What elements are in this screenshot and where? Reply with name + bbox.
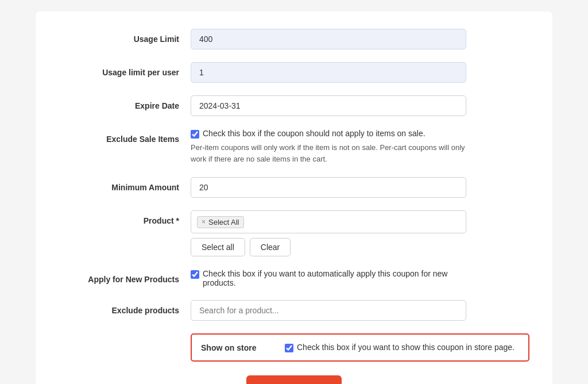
apply-new-products-checkbox[interactable] bbox=[191, 270, 199, 279]
minimum-amount-control bbox=[191, 177, 466, 198]
show-on-store-highlight-box: Show on store Check this box if you want… bbox=[191, 333, 529, 362]
exclude-products-input[interactable] bbox=[191, 300, 466, 321]
show-on-store-row: Show on store Check this box if you want… bbox=[59, 333, 529, 362]
exclude-products-label: Exclude products bbox=[59, 300, 191, 315]
apply-new-products-label: Apply for New Products bbox=[59, 269, 191, 284]
usage-limit-control bbox=[191, 29, 466, 49]
exclude-sale-items-checkbox[interactable] bbox=[191, 130, 199, 139]
usage-limit-input[interactable] bbox=[191, 29, 466, 49]
product-row: Product * × Select All Select all Clear bbox=[59, 210, 529, 256]
apply-new-products-control: Check this box if you want to automatica… bbox=[191, 269, 466, 287]
expire-date-label: Expire Date bbox=[59, 95, 191, 110]
show-on-store-text: Check this box if you want to show this … bbox=[297, 343, 514, 352]
exclude-sale-items-control: Check this box if the coupon should not … bbox=[191, 129, 466, 164]
expire-date-control bbox=[191, 95, 466, 116]
minimum-amount-input[interactable] bbox=[191, 177, 466, 198]
show-on-store-label: Show on store bbox=[201, 343, 276, 352]
apply-new-products-text: Check this box if you want to automatica… bbox=[203, 269, 466, 287]
expire-date-input[interactable] bbox=[191, 95, 466, 116]
product-tag-remove-icon[interactable]: × bbox=[202, 218, 206, 226]
usage-limit-per-user-label: Usage limit per user bbox=[59, 62, 191, 77]
product-tag-label: Select All bbox=[208, 218, 239, 226]
show-on-store-wrapper: Show on store Check this box if you want… bbox=[191, 333, 529, 362]
create-btn-row: Create Coupon bbox=[59, 375, 529, 384]
show-on-store-checkbox[interactable] bbox=[285, 344, 293, 352]
exclude-products-row: Exclude products bbox=[59, 300, 529, 321]
exclude-sale-items-label: Exclude Sale Items bbox=[59, 129, 191, 144]
usage-limit-row: Usage Limit bbox=[59, 29, 529, 49]
usage-limit-per-user-input[interactable] bbox=[191, 62, 466, 83]
apply-new-products-row: Apply for New Products Check this box if… bbox=[59, 269, 529, 287]
product-control: × Select All Select all Clear bbox=[191, 210, 466, 256]
product-select-box[interactable]: × Select All bbox=[191, 210, 466, 233]
exclude-sale-items-checkbox-row: Check this box if the coupon should not … bbox=[191, 129, 466, 139]
usage-limit-per-user-control bbox=[191, 62, 466, 83]
usage-limit-per-user-row: Usage limit per user bbox=[59, 62, 529, 83]
minimum-amount-label: Minimum Amount bbox=[59, 177, 191, 192]
product-label: Product * bbox=[59, 210, 191, 225]
exclude-sale-items-text: Check this box if the coupon should not … bbox=[203, 129, 425, 138]
exclude-products-control bbox=[191, 300, 466, 321]
apply-new-products-checkbox-row: Check this box if you want to automatica… bbox=[191, 269, 466, 287]
show-on-store-checkbox-row: Check this box if you want to show this … bbox=[285, 343, 514, 352]
clear-button[interactable]: Clear bbox=[250, 238, 291, 256]
product-tag-select-all: × Select All bbox=[197, 216, 244, 228]
form-container: Usage Limit Usage limit per user Expire … bbox=[36, 11, 552, 384]
exclude-sale-items-helper: Per-item coupons will only work if the i… bbox=[191, 142, 466, 164]
minimum-amount-row: Minimum Amount bbox=[59, 177, 529, 198]
exclude-sale-items-row: Exclude Sale Items Check this box if the… bbox=[59, 129, 529, 164]
create-coupon-button[interactable]: Create Coupon bbox=[246, 375, 342, 384]
usage-limit-label: Usage Limit bbox=[59, 29, 191, 44]
product-buttons: Select all Clear bbox=[191, 238, 466, 256]
expire-date-row: Expire Date bbox=[59, 95, 529, 116]
select-all-button[interactable]: Select all bbox=[191, 238, 245, 256]
